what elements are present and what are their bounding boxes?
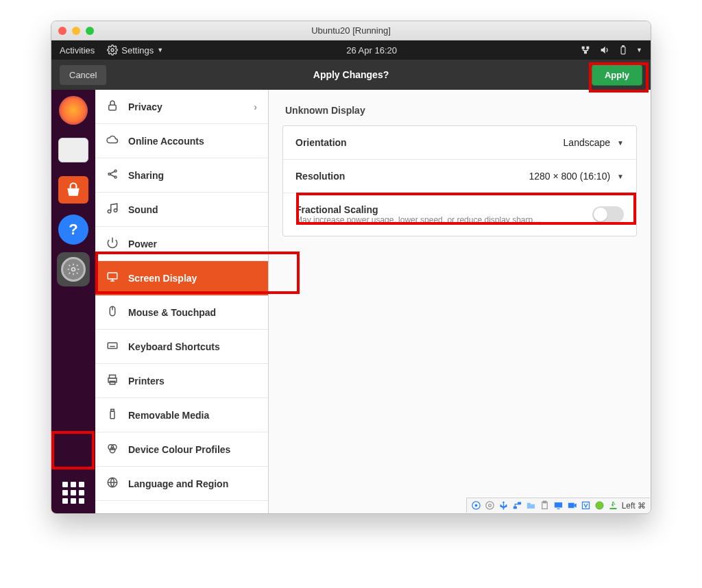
help-icon: ?: [58, 215, 88, 245]
globe-icon: [106, 476, 119, 491]
volume-icon: [599, 45, 610, 56]
sidebar-item-language-and-region[interactable]: Language and Region: [95, 467, 268, 501]
gear-icon: [107, 45, 118, 56]
settings-content: Unknown Display Orientation Landscape ▼ …: [269, 90, 651, 513]
svg-point-0: [111, 49, 114, 51]
chevron-down-icon: ▼: [617, 173, 624, 180]
chevron-down-icon: ▼: [617, 139, 624, 147]
sidebar-item-label: Privacy: [128, 101, 162, 112]
svg-rect-1: [582, 47, 585, 49]
firefox-icon: [59, 96, 88, 125]
sidebar-item-keyboard-shortcuts[interactable]: Keyboard Shortcuts: [95, 330, 268, 364]
svg-rect-20: [111, 409, 114, 411]
vm-statusbar: Left ⌘: [466, 498, 650, 513]
display-icon[interactable]: [553, 500, 564, 511]
fractional-scaling-label: Fractional Scaling: [295, 204, 541, 215]
shared-folder-icon[interactable]: [526, 500, 537, 511]
sidebar-item-mouse-touchpad[interactable]: Mouse & Touchpad: [95, 295, 268, 330]
svg-rect-19: [110, 411, 114, 419]
display-settings-panel: Orientation Landscape ▼ Resolution 1280 …: [282, 125, 637, 236]
software-launcher[interactable]: [57, 173, 90, 206]
svg-point-6: [72, 268, 75, 271]
sidebar-item-label: Mouse & Touchpad: [128, 307, 216, 318]
sidebar-item-online-accounts[interactable]: Online Accounts: [95, 124, 268, 158]
svg-rect-34: [557, 509, 560, 509]
software-icon: [58, 176, 88, 204]
settings-launcher[interactable]: [57, 253, 90, 286]
svg-point-26: [475, 504, 477, 506]
sidebar-item-label: Removable Media: [128, 410, 209, 421]
window-title: Ubuntu20 [Running]: [51, 25, 651, 36]
help-launcher[interactable]: ?: [57, 213, 90, 246]
files-icon: [58, 138, 88, 162]
activities-button[interactable]: Activities: [60, 45, 95, 56]
svg-point-11: [108, 210, 111, 213]
download-icon[interactable]: [608, 500, 619, 511]
orientation-row[interactable]: Orientation Landscape ▼: [283, 126, 636, 160]
resolution-label: Resolution: [295, 171, 345, 182]
show-applications-button[interactable]: [57, 476, 90, 509]
sidebar-item-label: Device Colour Profiles: [128, 444, 230, 455]
resolution-row[interactable]: Resolution 1280 × 800 (16:10) ▼: [283, 160, 636, 193]
clock[interactable]: 26 Apr 16:20: [346, 45, 397, 56]
network-icon[interactable]: [512, 500, 523, 511]
svg-rect-5: [622, 46, 624, 47]
sidebar-item-device-colour-profiles[interactable]: Device Colour Profiles: [95, 432, 268, 467]
sidebar-item-screen-display[interactable]: Screen Display: [95, 261, 268, 295]
system-tray[interactable]: ▼: [580, 45, 642, 56]
svg-rect-35: [568, 503, 574, 509]
svg-rect-7: [109, 105, 117, 110]
cloud-icon: [106, 134, 119, 148]
svg-point-10: [114, 176, 117, 178]
sidebar-item-label: Online Accounts: [128, 136, 204, 147]
settings-sidebar[interactable]: Privacy›Online AccountsSharingSoundPower…: [95, 90, 269, 513]
app-menu-label: Settings: [121, 45, 154, 56]
chevron-down-icon: ▼: [636, 47, 642, 53]
sidebar-item-sharing[interactable]: Sharing: [95, 158, 268, 193]
sidebar-item-power[interactable]: Power: [95, 227, 268, 261]
app-menu[interactable]: Settings ▼: [107, 45, 163, 56]
svg-point-9: [114, 170, 117, 172]
printer-icon: [106, 373, 119, 388]
svg-point-37: [596, 502, 603, 509]
files-launcher[interactable]: [57, 134, 90, 167]
fractional-scaling-switch[interactable]: [592, 206, 624, 223]
keyboard-icon: [106, 339, 119, 354]
battery-icon: [618, 45, 628, 56]
vboxguest-icon[interactable]: [581, 500, 592, 511]
gear-icon: [61, 257, 86, 282]
firefox-launcher[interactable]: [57, 94, 90, 127]
sidebar-item-printers[interactable]: Printers: [95, 364, 268, 398]
hdd-icon[interactable]: [471, 500, 482, 511]
sidebar-item-removable-media[interactable]: Removable Media: [95, 398, 268, 432]
sidebar-item-label: Sound: [128, 204, 158, 215]
music-icon: [106, 202, 119, 217]
sidebar-item-label: Sharing: [128, 170, 164, 181]
svg-rect-33: [555, 502, 562, 508]
sidebar-item-label: Power: [128, 238, 157, 249]
mouse-icon: [106, 305, 119, 319]
host-key-indicator: Left ⌘: [622, 501, 646, 511]
sidebar-item-label: Language and Region: [128, 478, 228, 489]
globe-icon[interactable]: [594, 500, 605, 511]
recording-icon[interactable]: [567, 500, 578, 511]
sidebar-item-label: Screen Display: [128, 273, 197, 284]
svg-point-27: [486, 502, 494, 509]
svg-rect-4: [621, 47, 625, 54]
orientation-value: Landscape: [564, 137, 611, 148]
clipboard-icon[interactable]: [540, 500, 550, 511]
svg-point-23: [110, 448, 115, 453]
optical-icon[interactable]: [485, 500, 496, 511]
sidebar-item-privacy[interactable]: Privacy›: [95, 90, 268, 124]
svg-rect-38: [610, 508, 617, 509]
sidebar-item-sound[interactable]: Sound: [95, 193, 268, 227]
usb-icon[interactable]: [498, 500, 509, 511]
svg-rect-3: [584, 51, 587, 53]
power-icon: [106, 236, 119, 251]
ubuntu-dock: ?: [51, 90, 95, 513]
lock-icon: [106, 99, 119, 114]
svg-point-28: [489, 504, 492, 507]
share-icon: [106, 168, 119, 182]
svg-rect-29: [513, 506, 517, 509]
fractional-scaling-row[interactable]: Fractional Scaling May increase power us…: [283, 193, 636, 236]
